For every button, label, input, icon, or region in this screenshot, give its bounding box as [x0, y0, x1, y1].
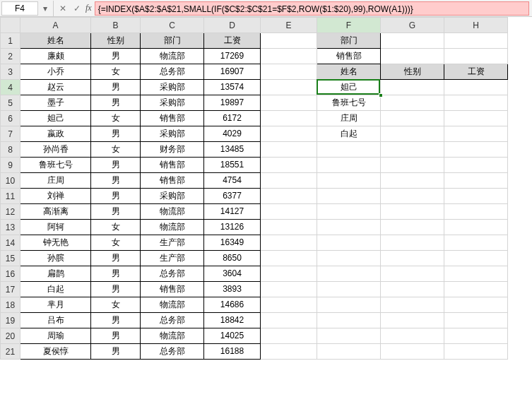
cell-E9[interactable] — [261, 158, 317, 173]
cell-F21[interactable] — [317, 344, 381, 360]
cell-E3[interactable] — [261, 64, 317, 80]
cell-C13[interactable]: 物流部 — [141, 220, 204, 235]
cell-E4[interactable] — [261, 80, 317, 95]
cell-D13[interactable]: 13126 — [204, 220, 261, 235]
cell-D4[interactable]: 13574 — [204, 80, 261, 95]
name-box[interactable]: F4 — [1, 1, 38, 16]
cell-F7[interactable]: 白起 — [317, 126, 381, 142]
cell-C8[interactable]: 财务部 — [141, 142, 204, 158]
cell-H9[interactable] — [444, 158, 508, 173]
cell-C3[interactable]: 总务部 — [141, 64, 204, 80]
cell-A8[interactable]: 孙尚香 — [20, 142, 91, 158]
cell-B19[interactable]: 男 — [91, 313, 141, 328]
cell-A9[interactable]: 鲁班七号 — [20, 158, 91, 173]
cell-H7[interactable] — [444, 126, 508, 142]
row-header-4[interactable]: 4 — [1, 80, 20, 95]
cell-F17[interactable] — [317, 282, 381, 297]
cell-D8[interactable]: 13485 — [204, 142, 261, 158]
cell-C16[interactable]: 总务部 — [141, 266, 204, 282]
cell-D12[interactable]: 14127 — [204, 204, 261, 220]
col-header-E[interactable]: E — [261, 18, 317, 33]
cell-B12[interactable]: 男 — [91, 204, 141, 220]
cell-E21[interactable] — [261, 344, 317, 360]
cell-H19[interactable] — [444, 313, 508, 328]
cell-B21[interactable]: 男 — [91, 344, 141, 360]
cell-F6[interactable]: 庄周 — [317, 111, 381, 126]
cell-B5[interactable]: 男 — [91, 95, 141, 111]
cell-E18[interactable] — [261, 297, 317, 313]
cell-C14[interactable]: 生产部 — [141, 235, 204, 251]
cell-E19[interactable] — [261, 313, 317, 328]
col-header-A[interactable]: A — [20, 18, 91, 33]
cell-A6[interactable]: 妲己 — [20, 111, 91, 126]
cell-H4[interactable] — [444, 80, 508, 95]
cell-C12[interactable]: 物流部 — [141, 204, 204, 220]
col-header-F[interactable]: F — [317, 18, 381, 33]
cell-G10[interactable] — [381, 173, 444, 189]
cell-D3[interactable]: 16907 — [204, 64, 261, 80]
col-header-B[interactable]: B — [91, 18, 141, 33]
cell-C17[interactable]: 销售部 — [141, 282, 204, 297]
cell-F13[interactable] — [317, 220, 381, 235]
cell-B8[interactable]: 女 — [91, 142, 141, 158]
row-header-6[interactable]: 6 — [1, 111, 20, 126]
cell-G4[interactable] — [381, 80, 444, 95]
row-header-21[interactable]: 21 — [1, 344, 20, 360]
cell-G2[interactable] — [381, 49, 444, 64]
cell-H12[interactable] — [444, 204, 508, 220]
row-header-7[interactable]: 7 — [1, 126, 20, 142]
cell-G19[interactable] — [381, 313, 444, 328]
cell-B10[interactable]: 男 — [91, 173, 141, 189]
cell-C11[interactable]: 采购部 — [141, 189, 204, 204]
cell-E16[interactable] — [261, 266, 317, 282]
col-header-C[interactable]: C — [141, 18, 204, 33]
row-header-5[interactable]: 5 — [1, 95, 20, 111]
cell-D21[interactable]: 16188 — [204, 344, 261, 360]
cell-F9[interactable] — [317, 158, 381, 173]
cell-B14[interactable]: 女 — [91, 235, 141, 251]
cell-C1[interactable]: 部门 — [141, 33, 204, 49]
cell-H3[interactable]: 工资 — [444, 64, 508, 80]
cell-F16[interactable] — [317, 266, 381, 282]
cell-C9[interactable]: 销售部 — [141, 158, 204, 173]
cell-F10[interactable] — [317, 173, 381, 189]
cell-E20[interactable] — [261, 328, 317, 344]
cell-F8[interactable] — [317, 142, 381, 158]
cell-G7[interactable] — [381, 126, 444, 142]
cell-B17[interactable]: 男 — [91, 282, 141, 297]
cell-A14[interactable]: 钟无艳 — [20, 235, 91, 251]
cell-G12[interactable] — [381, 204, 444, 220]
row-header-1[interactable]: 1 — [1, 33, 20, 49]
cell-E5[interactable] — [261, 95, 317, 111]
cell-B7[interactable]: 男 — [91, 126, 141, 142]
cell-A12[interactable]: 高渐离 — [20, 204, 91, 220]
worksheet-grid[interactable]: ABCDEFGH1姓名性别部门工资部门2廉颇男物流部17269销售部3小乔女总务… — [0, 17, 532, 360]
cell-C20[interactable]: 物流部 — [141, 328, 204, 344]
cell-G3[interactable]: 性别 — [381, 64, 444, 80]
cell-D17[interactable]: 3893 — [204, 282, 261, 297]
cell-B18[interactable]: 女 — [91, 297, 141, 313]
cell-E7[interactable] — [261, 126, 317, 142]
cell-B1[interactable]: 性别 — [91, 33, 141, 49]
cell-A5[interactable]: 墨子 — [20, 95, 91, 111]
cell-H15[interactable] — [444, 251, 508, 266]
cell-A7[interactable]: 嬴政 — [20, 126, 91, 142]
cell-A15[interactable]: 孙膑 — [20, 251, 91, 266]
row-header-19[interactable]: 19 — [1, 313, 20, 328]
cell-B11[interactable]: 男 — [91, 189, 141, 204]
cell-E13[interactable] — [261, 220, 317, 235]
cell-C7[interactable]: 采购部 — [141, 126, 204, 142]
cell-H14[interactable] — [444, 235, 508, 251]
cell-E8[interactable] — [261, 142, 317, 158]
row-header-2[interactable]: 2 — [1, 49, 20, 64]
cell-D15[interactable]: 8650 — [204, 251, 261, 266]
cell-B9[interactable]: 男 — [91, 158, 141, 173]
cell-H6[interactable] — [444, 111, 508, 126]
cell-D2[interactable]: 17269 — [204, 49, 261, 64]
cell-C10[interactable]: 销售部 — [141, 173, 204, 189]
cell-H5[interactable] — [444, 95, 508, 111]
row-header-16[interactable]: 16 — [1, 266, 20, 282]
select-all-corner[interactable] — [1, 18, 20, 33]
cell-H20[interactable] — [444, 328, 508, 344]
cell-G11[interactable] — [381, 189, 444, 204]
